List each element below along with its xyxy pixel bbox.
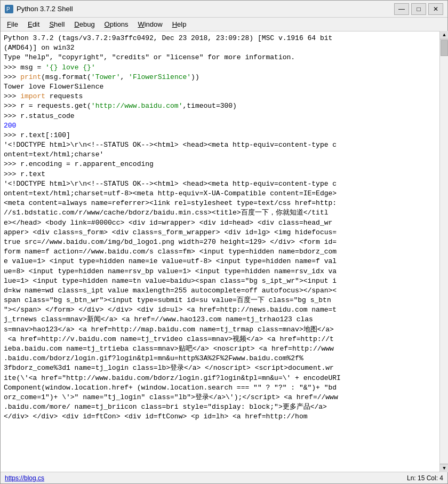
close-button[interactable]: ✕ (428, 3, 443, 15)
menu-bar: File Edit Shell Debug Options Window Hel… (1, 18, 447, 31)
scroll-track (440, 39, 448, 464)
scroll-down-arrow[interactable]: ▼ (440, 464, 448, 472)
title-bar-controls: — □ ✕ (394, 3, 443, 15)
menu-file[interactable]: File (3, 19, 22, 29)
title-bar: P Python 3.7.2 Shell — □ ✕ (1, 1, 447, 18)
menu-help[interactable]: Help (168, 19, 191, 29)
scroll-up-arrow[interactable]: ▲ (440, 31, 448, 39)
svg-text:P: P (6, 6, 10, 12)
menu-debug[interactable]: Debug (70, 19, 99, 29)
minimize-button[interactable]: — (394, 3, 409, 15)
status-link[interactable]: https://blog.cs (5, 474, 44, 482)
menu-edit[interactable]: Edit (23, 19, 44, 29)
console-output: Python 3.7.2 (tags/v3.7.2:9a3ffc0492, De… (4, 34, 444, 422)
status-link-text: https://blog.cs (5, 474, 44, 482)
menu-options[interactable]: Options (100, 19, 133, 29)
cursor-position: Ln: 15 Col: 4 (407, 474, 443, 482)
scrollbar[interactable]: ▲ ▼ (439, 31, 448, 472)
python-icon: P (5, 5, 13, 13)
main-window: P Python 3.7.2 Shell — □ ✕ File Edit She… (0, 0, 448, 484)
scroll-thumb[interactable] (441, 40, 448, 56)
menu-window[interactable]: Window (133, 19, 166, 29)
window-title: Python 3.7.2 Shell (17, 5, 73, 13)
maximize-button[interactable]: □ (411, 3, 426, 15)
console-area[interactable]: Python 3.7.2 (tags/v3.7.2:9a3ffc0492, De… (1, 31, 447, 472)
status-bar: https://blog.cs Ln: 15 Col: 4 (1, 472, 447, 483)
title-bar-left: P Python 3.7.2 Shell (5, 5, 73, 13)
menu-shell[interactable]: Shell (45, 19, 69, 29)
